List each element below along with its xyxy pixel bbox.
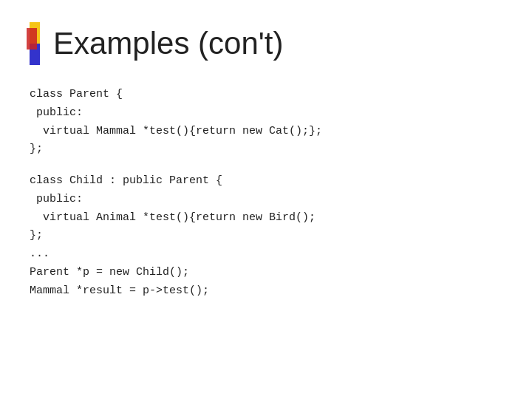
slide: Examples (con't) class Parent { public: … — [0, 0, 532, 399]
slide-header: Examples (con't) — [30, 22, 502, 65]
code-line: public: — [30, 191, 502, 209]
code-line: Parent *p = new Child(); — [30, 264, 502, 282]
code-line: ... — [30, 245, 502, 264]
code-line: class Parent { — [30, 86, 502, 104]
accent-overlay — [27, 28, 37, 50]
accent-decoration — [30, 22, 40, 65]
parent-class-block: class Parent { public: virtual Mammal *t… — [30, 86, 502, 159]
slide-title: Examples (con't) — [53, 26, 283, 61]
code-line: }; — [30, 140, 502, 159]
code-line: public: — [30, 104, 502, 123]
code-line: virtual Mammal *test(){return new Cat();… — [30, 123, 502, 141]
child-class-block: class Child : public Parent { public: vi… — [30, 172, 502, 300]
code-line: class Child : public Parent { — [30, 172, 502, 191]
code-line: Mammal *result = p->test(); — [30, 282, 502, 301]
code-content: class Parent { public: virtual Mammal *t… — [30, 86, 502, 300]
code-spacer — [30, 159, 502, 172]
code-line: virtual Animal *test(){return new Bird()… — [30, 209, 502, 228]
code-line: }; — [30, 227, 502, 245]
